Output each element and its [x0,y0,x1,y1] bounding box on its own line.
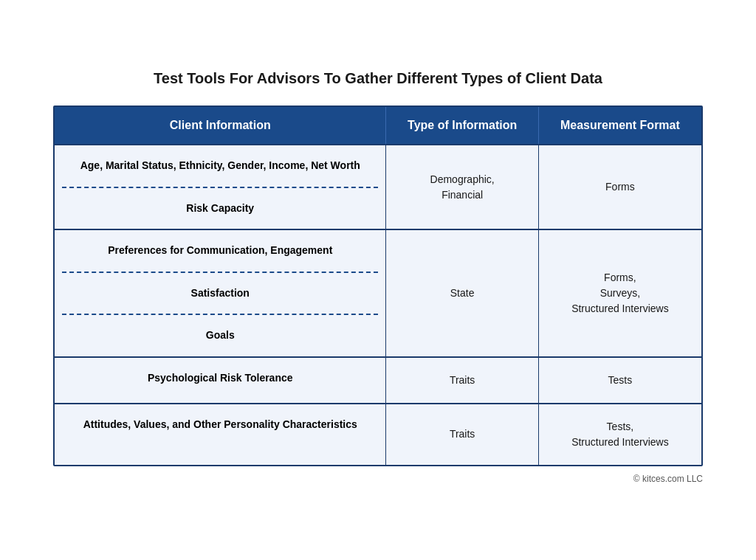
type-info-cell-0: Demographic,Financial [386,145,538,229]
measurement-content: Tests,Structured Interviews [539,404,701,465]
header-client-information: Client Information [55,107,386,145]
measurement-cell-1: Forms,Surveys,Structured Interviews [538,229,701,357]
client-info-item: Age, Marital Status, Ethnicity, Gender, … [55,145,385,187]
header-type-of-information: Type of Information [386,107,538,145]
type-info-cell-1: State [386,229,538,357]
main-table: Client Information Type of Information M… [55,107,701,465]
client-info-cell-1: Preferences for Communication, Engagemen… [55,229,386,357]
client-info-item: Goals [55,315,385,356]
client-info-cell-2: Psychological Risk Tolerance [55,357,386,404]
header-measurement-format: Measurement Format [538,107,701,145]
client-info-item: Satisfaction [55,273,385,314]
type-info-cell-3: Traits [386,404,538,465]
table-header-row: Client Information Type of Information M… [55,107,701,145]
client-info-item: Attitudes, Values, and Other Personality… [55,404,385,446]
table-row: Preferences for Communication, Engagemen… [55,229,701,357]
type-info-content: Traits [386,412,537,457]
measurement-content: Tests [539,358,701,403]
table-row: Age, Marital Status, Ethnicity, Gender, … [55,145,701,229]
client-info-cell-3: Attitudes, Values, and Other Personality… [55,404,386,465]
type-info-cell-2: Traits [386,357,538,404]
measurement-cell-2: Tests [538,357,701,404]
measurement-cell-0: Forms [538,145,701,229]
page-wrapper: Test Tools For Advisors To Gather Differ… [24,46,732,514]
page-title: Test Tools For Advisors To Gather Differ… [53,69,703,88]
client-info-item: Risk Capacity [55,188,385,229]
type-info-content: Demographic,Financial [386,157,537,218]
type-info-content: Traits [386,358,537,403]
measurement-cell-3: Tests,Structured Interviews [538,404,701,465]
table-container: Client Information Type of Information M… [53,106,703,466]
measurement-content: Forms,Surveys,Structured Interviews [539,255,701,331]
client-info-cell-0: Age, Marital Status, Ethnicity, Gender, … [55,145,386,229]
type-info-content: State [386,271,537,316]
client-info-item: Psychological Risk Tolerance [55,358,385,399]
table-row: Psychological Risk ToleranceTraitsTests [55,357,701,404]
table-row: Attitudes, Values, and Other Personality… [55,404,701,465]
client-info-item: Preferences for Communication, Engagemen… [55,230,385,272]
footer: © kitces.com LLC [53,474,703,484]
measurement-content: Forms [539,165,701,210]
